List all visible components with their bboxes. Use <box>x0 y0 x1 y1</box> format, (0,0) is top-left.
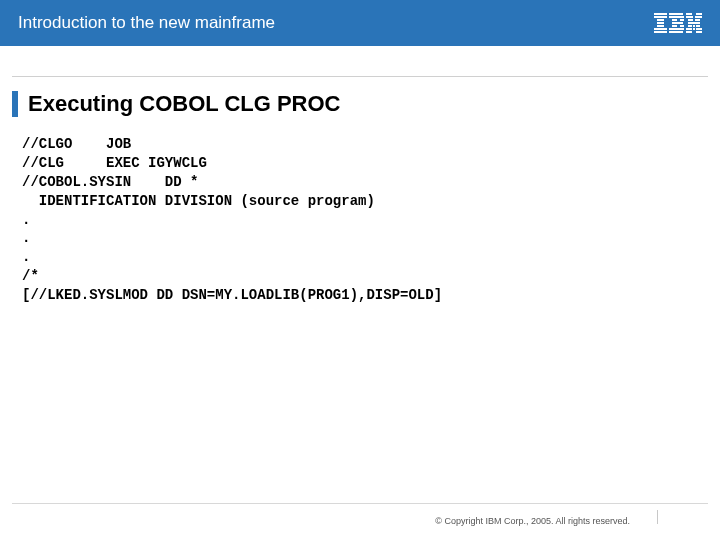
code-line: //CLG EXEC IGYWCLG <box>22 155 207 171</box>
svg-rect-27 <box>693 28 695 30</box>
title-accent-bar <box>12 91 18 117</box>
svg-rect-12 <box>672 25 677 27</box>
svg-rect-5 <box>654 28 667 30</box>
svg-rect-29 <box>686 31 692 33</box>
svg-rect-3 <box>657 22 664 24</box>
svg-rect-24 <box>693 25 695 27</box>
slide-title-row: Executing COBOL CLG PROC <box>12 91 708 117</box>
footer-divider <box>12 503 708 504</box>
svg-rect-23 <box>688 25 692 27</box>
svg-rect-20 <box>688 19 693 21</box>
svg-rect-14 <box>669 28 684 30</box>
svg-rect-21 <box>695 19 700 21</box>
code-block: //CLGO JOB //CLG EXEC IGYWCLG //COBOL.SY… <box>22 135 698 305</box>
svg-rect-0 <box>654 13 667 15</box>
svg-rect-1 <box>654 16 667 18</box>
svg-rect-17 <box>696 13 702 15</box>
svg-rect-30 <box>696 31 702 33</box>
svg-rect-16 <box>686 13 692 15</box>
svg-rect-26 <box>686 28 692 30</box>
code-line: IDENTIFICATION DIVISION (source program) <box>22 193 375 209</box>
code-line: . <box>22 249 30 265</box>
svg-rect-22 <box>688 22 700 24</box>
ibm-logo-icon <box>654 13 702 33</box>
code-line: . <box>22 212 30 228</box>
svg-rect-11 <box>672 22 683 24</box>
svg-rect-4 <box>657 25 664 27</box>
svg-rect-28 <box>696 28 702 30</box>
code-line: /* <box>22 268 39 284</box>
footer-tick <box>657 510 658 524</box>
svg-rect-8 <box>669 16 684 18</box>
svg-rect-10 <box>680 19 684 21</box>
header-bar: Introduction to the new mainframe <box>0 0 720 46</box>
svg-rect-2 <box>657 19 664 21</box>
svg-rect-7 <box>669 13 683 15</box>
slide-title: Executing COBOL CLG PROC <box>28 91 341 117</box>
svg-rect-18 <box>686 16 693 18</box>
svg-rect-25 <box>696 25 700 27</box>
code-line: //COBOL.SYSIN DD * <box>22 174 198 190</box>
divider <box>12 76 708 77</box>
header-title: Introduction to the new mainframe <box>18 13 275 33</box>
svg-rect-13 <box>680 25 684 27</box>
code-line: //CLGO JOB <box>22 136 131 152</box>
svg-rect-15 <box>669 31 683 33</box>
svg-rect-19 <box>695 16 702 18</box>
code-line: . <box>22 230 30 246</box>
code-line: [//LKED.SYSLMOD DD DSN=MY.LOADLIB(PROG1)… <box>22 287 442 303</box>
svg-rect-6 <box>654 31 667 33</box>
svg-rect-9 <box>672 19 677 21</box>
copyright-text: © Copyright IBM Corp., 2005. All rights … <box>435 516 630 526</box>
